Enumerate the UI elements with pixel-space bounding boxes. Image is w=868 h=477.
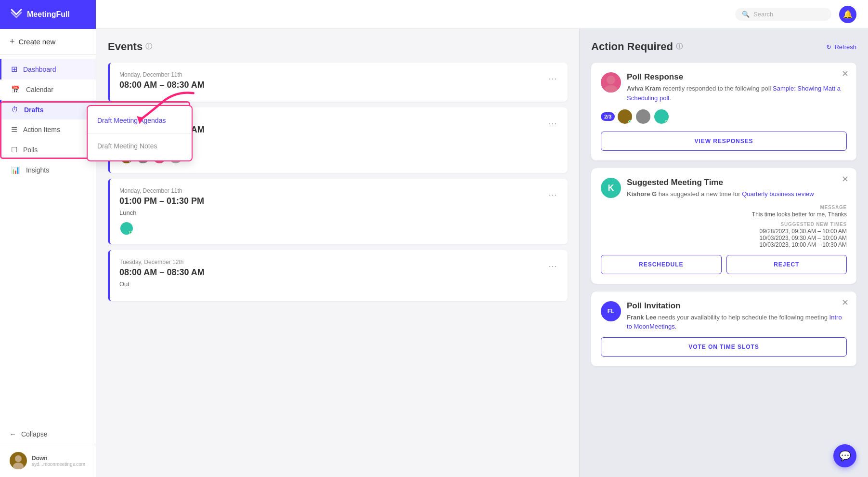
sidebar-label-dashboard: Dashboard (23, 66, 56, 73)
event-more-button[interactable]: ⋯ (545, 187, 560, 202)
card-link[interactable]: Quarterly business review (742, 190, 814, 198)
event-card: Monday, December 11th 01:00 PM – 01:30 P… (108, 179, 568, 244)
event-card: Tuesday, December 12th 08:00 AM – 08:30 … (108, 250, 568, 301)
top-bar: 🔍 Search 🔔 (96, 0, 868, 29)
suggested-meeting-card: K Suggested Meeting Time Kishore G has s… (591, 168, 856, 284)
collapse-arrow-icon: ← (10, 430, 16, 438)
card-person: Frank Lee (627, 314, 656, 321)
close-button[interactable]: ✕ (842, 298, 849, 307)
refresh-label: Refresh (834, 43, 856, 51)
card-info: Poll Response Aviva Kram recently respon… (627, 72, 847, 103)
sidebar-item-drafts[interactable]: ⏱ Drafts (0, 100, 96, 119)
event-title: Out (119, 280, 558, 288)
poll-count: 2/3 (601, 112, 615, 121)
sidebar-label-drafts: Drafts (24, 106, 43, 114)
card-person: Kishore G (627, 190, 657, 198)
card-person: Aviva Kram (627, 85, 661, 92)
event-title: Lunch (119, 209, 558, 216)
card-desc: Frank Lee needs your availability to hel… (627, 313, 847, 331)
drafts-icon: ⏱ (11, 106, 18, 114)
refresh-button[interactable]: ↻ Refresh (826, 43, 856, 51)
close-button[interactable]: ✕ (842, 69, 849, 78)
event-more-button[interactable]: ⋯ (545, 259, 560, 273)
sidebar-label-insights: Insights (26, 166, 49, 174)
close-button[interactable]: ✕ (842, 175, 849, 184)
sidebar: MeetingFull + Create new ⊞ Dashboard 📅 C… (0, 0, 96, 477)
event-date: Monday, December 11th (119, 71, 558, 78)
card-title: Poll Response (627, 72, 847, 82)
event-time: 01:00 PM – 01:30 PM (119, 196, 558, 206)
event-time: 08:00 AM – 08:30 AM (119, 80, 558, 90)
card-avatar (601, 72, 621, 93)
panels: Events ⓘ Monday, December 11th 08:00 AM … (96, 29, 868, 477)
sidebar-label-polls: Polls (23, 146, 38, 154)
sidebar-logo: MeetingFull (0, 0, 96, 29)
events-panel: Events ⓘ Monday, December 11th 08:00 AM … (96, 29, 579, 477)
user-name: Down (32, 455, 85, 462)
sidebar-item-dashboard[interactable]: ⊞ Dashboard (0, 59, 96, 80)
vote-button[interactable]: VOTE ON TIME SLOTS (601, 337, 847, 357)
event-date: Monday, December 11th (119, 187, 558, 194)
action-items-icon: ☰ (11, 125, 17, 134)
times-label: SUGGESTED NEW TIMES (601, 222, 847, 227)
sidebar-nav: ⊞ Dashboard 📅 Calendar ⏱ Drafts ☰ Action… (0, 55, 96, 424)
sidebar-item-calendar[interactable]: 📅 Calendar (0, 80, 96, 100)
svg-point-3 (607, 76, 615, 84)
svg-point-1 (13, 463, 24, 469)
sidebar-item-polls[interactable]: ☐ Polls (0, 140, 96, 160)
collapse-button[interactable]: ← Collapse (0, 424, 96, 444)
poll-avatar (635, 108, 651, 125)
event-more-button[interactable]: ⋯ (545, 71, 560, 86)
draft-notes-option[interactable]: Draft Meeting Notes (88, 135, 192, 157)
search-icon: 🔍 (742, 11, 750, 18)
plus-icon: + (10, 37, 15, 47)
card-desc: Kishore G has suggested a new time for Q… (627, 189, 814, 199)
create-new-button[interactable]: + Create new (0, 29, 96, 55)
refresh-icon: ↻ (826, 43, 831, 51)
notification-icon[interactable]: 🔔 (839, 6, 856, 23)
poll-avatar (653, 108, 670, 125)
sidebar-label-action-items: Action Items (23, 126, 60, 133)
dashboard-icon: ⊞ (11, 65, 17, 74)
drafts-dropdown: Draft Meeting Agendas Draft Meeting Note… (87, 105, 193, 161)
events-info-icon: ⓘ (145, 42, 152, 51)
poll-avatar (617, 108, 633, 125)
reschedule-button[interactable]: RESCHEDULE (601, 255, 722, 274)
card-info: Poll Invitation Frank Lee needs your ava… (627, 301, 847, 331)
sidebar-item-insights[interactable]: 📊 Insights (0, 160, 96, 180)
event-avatars (119, 221, 558, 236)
message-value: This time looks better for me, Thanks (601, 211, 847, 218)
create-new-label: Create new (19, 38, 56, 46)
svg-point-4 (604, 85, 618, 93)
poll-avatars: 2/3 (601, 108, 847, 125)
event-time: 08:00 AM – 08:30 AM (119, 267, 558, 278)
suggested-time-2: 10/03/2023, 09:30 AM – 10:00 AM (601, 235, 847, 241)
reject-button[interactable]: REJECT (726, 255, 847, 274)
logo-icon (10, 8, 23, 22)
action-panel-title: Action Required ⓘ (591, 40, 683, 53)
action-panel: Action Required ⓘ ↻ Refresh Poll Respons… (579, 29, 868, 477)
app-name: MeetingFull (27, 10, 70, 19)
sidebar-item-action-items[interactable]: ☰ Action Items (0, 119, 96, 140)
card-title: Poll Invitation (627, 301, 847, 311)
user-info: Down syd...moonmeetings.com (32, 455, 85, 467)
user-profile[interactable]: Down syd...moonmeetings.com (0, 444, 96, 477)
event-avatar (119, 221, 134, 236)
calendar-icon: 📅 (11, 85, 20, 94)
card-header: K Suggested Meeting Time Kishore G has s… (601, 178, 847, 199)
card-avatar: FL (601, 301, 621, 321)
suggested-time-3: 10/03/2023, 10:00 AM – 10:30 AM (601, 241, 847, 248)
user-email: syd...moonmeetings.com (32, 462, 85, 467)
suggested-meta: MESSAGE This time looks better for me, T… (601, 205, 847, 248)
action-buttons: RESCHEDULE REJECT (601, 255, 847, 274)
card-desc: Aviva Kram recently responded to the fol… (627, 84, 847, 103)
main-content: 🔍 Search 🔔 Events ⓘ Monday, December 11t… (96, 0, 868, 477)
dropdown-divider (88, 133, 192, 133)
svg-point-0 (15, 455, 22, 462)
view-responses-button[interactable]: VIEW RESPONSES (601, 132, 847, 151)
search-box[interactable]: 🔍 Search (735, 8, 831, 21)
event-more-button[interactable]: ⋯ (545, 116, 560, 131)
sidebar-label-calendar: Calendar (26, 86, 53, 93)
chat-bubble[interactable]: 💬 (833, 444, 856, 467)
draft-agendas-option[interactable]: Draft Meeting Agendas (88, 110, 192, 131)
